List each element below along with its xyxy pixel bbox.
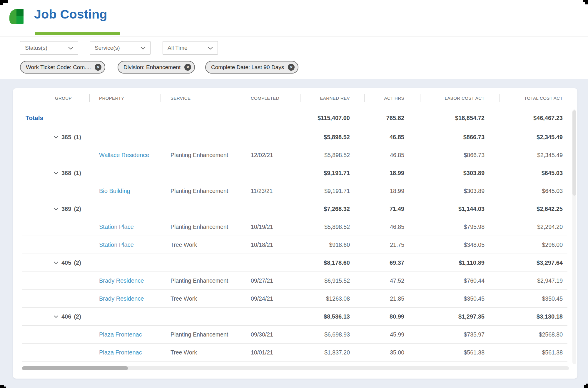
column-header-earned-rev[interactable]: EARNED REV <box>300 96 365 101</box>
group-row-368: 368(1)$9,191.7118.99$303.89$645.03 <box>22 164 567 182</box>
chevron-down-icon[interactable] <box>54 136 58 139</box>
row-labor-cost-act: $350.45 <box>420 295 500 302</box>
table-row: Bio BuildingPlanting Enhancement11/23/21… <box>22 182 567 200</box>
row-labor-cost-act: $735.97 <box>420 331 500 338</box>
completed-date-cell: 09/30/21 <box>240 331 300 338</box>
column-header-service[interactable]: SERVICE <box>161 96 240 101</box>
chevron-down-icon[interactable] <box>54 208 58 210</box>
group-labor-cost-act: $1,110.89 <box>420 259 500 266</box>
group-number: 365 <box>61 134 71 141</box>
group-act-hrs: 46.85 <box>365 134 420 141</box>
horizontal-scrollbar[interactable] <box>22 366 569 370</box>
table-row: Wallace ResidencePlanting Enhancement12/… <box>22 146 567 164</box>
row-total-cost-act: $645.03 <box>500 188 567 194</box>
corner-mark <box>0 0 8 3</box>
column-header-labor-cost-act[interactable]: LABOR COST ACT <box>420 96 500 101</box>
property-link[interactable]: Brady Residence <box>99 295 144 302</box>
group-total-cost-act: $2,642.25 <box>500 206 567 212</box>
chevron-down-icon[interactable] <box>54 315 58 318</box>
horizontal-scrollbar-thumb[interactable] <box>22 366 128 370</box>
services-dropdown[interactable]: Service(s) <box>90 41 151 55</box>
chip-remove-close-icon[interactable]: ✕ <box>184 64 191 71</box>
property-link[interactable]: Plaza Frontenac <box>99 331 142 338</box>
chip-remove-close-icon[interactable]: ✕ <box>95 64 101 71</box>
column-header-completed[interactable]: COMPLETED <box>240 96 300 101</box>
table-row: Plaza FrontenacTree Work10/01/21$1,837.2… <box>22 344 567 362</box>
corner-mark <box>4 387 6 388</box>
title-underline <box>35 32 120 35</box>
corner-mark <box>583 0 588 2</box>
statuses-dropdown-label: Status(s) <box>25 45 47 51</box>
group-labor-cost-act: $303.89 <box>420 170 500 176</box>
group-cell: 368(1) <box>22 170 90 176</box>
filter-chip-work-ticket-code[interactable]: Work Ticket Code: Com.... ✕ <box>20 61 105 74</box>
column-header-group[interactable]: GROUP <box>22 96 90 101</box>
date-range-dropdown[interactable]: All Time <box>163 41 218 55</box>
filter-chip-complete-date[interactable]: Complete Date: Last 90 Days ✕ <box>205 61 298 74</box>
group-earned-rev: $7,268.32 <box>300 206 365 212</box>
group-number: 405 <box>61 259 71 266</box>
group-earned-rev: $5,898.52 <box>300 134 365 141</box>
row-total-cost-act: $2,294.20 <box>500 224 567 230</box>
chevron-down-icon <box>68 45 73 51</box>
corner-mark <box>586 384 588 385</box>
filter-chip-label: Division: Enhancement <box>123 64 181 71</box>
group-act-hrs: 80.99 <box>365 313 420 320</box>
totals-act-hrs: 765.82 <box>365 115 420 121</box>
service-cell: Planting Enhancement <box>161 331 240 338</box>
row-total-cost-act: $2,947.19 <box>500 277 567 284</box>
group-earned-rev: $8,536.13 <box>300 313 365 320</box>
row-act-hrs: 47.52 <box>365 277 420 284</box>
chip-remove-close-icon[interactable]: ✕ <box>288 64 295 71</box>
property-link[interactable]: Brady Residence <box>99 277 144 284</box>
property-link[interactable]: Station Place <box>99 224 134 230</box>
filter-chip-division[interactable]: Division: Enhancement ✕ <box>118 61 195 74</box>
service-cell: Tree Work <box>161 295 240 302</box>
group-act-hrs: 71.49 <box>365 206 420 212</box>
column-header-property[interactable]: PROPERTY <box>90 96 161 101</box>
service-cell: Tree Work <box>161 242 240 248</box>
filter-chip-label: Complete Date: Last 90 Days <box>211 64 284 71</box>
chevron-down-icon <box>208 45 213 51</box>
row-act-hrs: 35.00 <box>365 349 420 356</box>
completed-date-cell: 11/23/21 <box>240 188 300 194</box>
group-earned-rev: $8,178.60 <box>300 259 365 266</box>
table-row: Station PlaceTree Work10/18/21$918.6021.… <box>22 236 567 254</box>
group-total-cost-act: $2,345.49 <box>500 134 567 141</box>
group-number: 406 <box>61 313 71 320</box>
group-act-hrs: 18.99 <box>365 170 420 176</box>
totals-label: Totals <box>26 114 43 121</box>
row-labor-cost-act: $561.38 <box>420 349 500 356</box>
date-range-dropdown-label: All Time <box>168 45 188 51</box>
property-link[interactable]: Wallace Residence <box>99 152 149 158</box>
totals-labor-cost-act: $18,854.72 <box>420 115 500 121</box>
row-act-hrs: 21.75 <box>365 242 420 248</box>
vertical-scrollbar[interactable] <box>572 109 576 364</box>
row-earned-rev: $9,191.71 <box>300 188 365 194</box>
chevron-down-icon[interactable] <box>54 262 58 264</box>
service-cell: Planting Enhancement <box>161 152 240 159</box>
table-header-row: GROUPPROPERTYSERVICECOMPLETEDEARNED REVA… <box>22 88 567 108</box>
filter-bar: Status(s) Service(s) All Time Work Ticke… <box>0 37 588 79</box>
row-total-cost-act: $350.45 <box>500 295 567 302</box>
property-link[interactable]: Plaza Frontenac <box>99 349 142 356</box>
statuses-dropdown[interactable]: Status(s) <box>20 41 78 55</box>
property-link[interactable]: Bio Building <box>99 188 130 194</box>
column-header-act-hrs[interactable]: ACT HRS <box>365 96 420 101</box>
completed-date-cell: 10/18/21 <box>240 242 300 248</box>
column-header-total-cost-act[interactable]: TOTAL COST ACT <box>500 96 567 101</box>
group-total-cost-act: $645.03 <box>500 170 567 176</box>
group-labor-cost-act: $1,144.03 <box>420 206 500 212</box>
property-link[interactable]: Station Place <box>99 242 134 248</box>
service-cell: Planting Enhancement <box>161 224 240 230</box>
completed-date-cell: 10/19/21 <box>240 224 300 230</box>
row-act-hrs: 46.85 <box>365 224 420 230</box>
vertical-scrollbar-thumb[interactable] <box>572 110 576 196</box>
group-earned-rev: $9,191.71 <box>300 170 365 176</box>
table-row: Brady ResidenceTree Work09/24/21$1263.08… <box>22 290 567 308</box>
chevron-down-icon[interactable] <box>54 172 58 174</box>
table-row: Brady ResidencePlanting Enhancement09/27… <box>22 272 567 290</box>
group-count: (2) <box>74 259 81 266</box>
services-dropdown-label: Service(s) <box>95 45 120 51</box>
row-total-cost-act: $561.38 <box>500 349 567 356</box>
